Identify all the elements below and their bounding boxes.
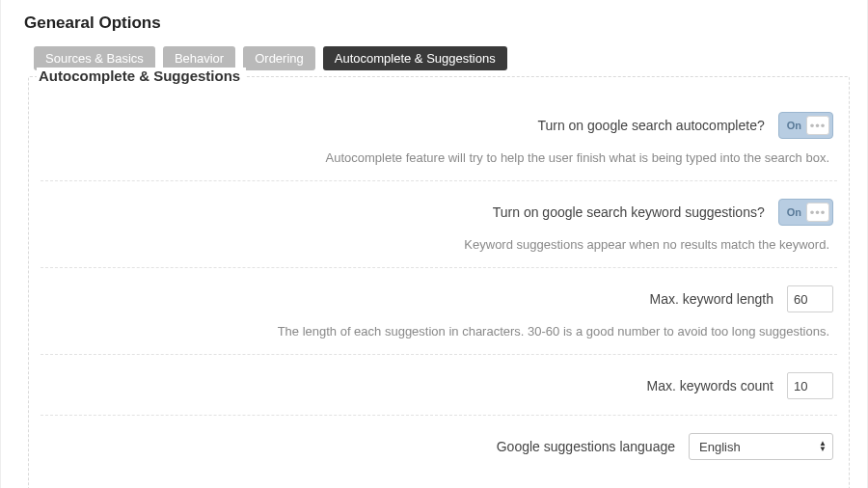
row-max-keywords-count: Max. keywords count xyxy=(41,355,837,416)
desc-max-keyword-length: The length of each suggestion in charact… xyxy=(44,324,833,339)
row-suggestions-language: Google suggestions language English ▲▼ xyxy=(41,416,837,475)
label-keyword-toggle: Turn on google search keyword suggestion… xyxy=(493,204,765,220)
row-max-keyword-length: Max. keyword length The length of each s… xyxy=(41,268,837,355)
toggle-keyword-suggestions[interactable]: On ••• xyxy=(778,199,833,226)
input-max-keyword-length[interactable] xyxy=(787,285,833,312)
input-max-keywords-count[interactable] xyxy=(787,372,833,399)
label-max-keywords-count: Max. keywords count xyxy=(647,378,774,393)
toggle-autocomplete-state: On xyxy=(782,120,806,131)
tab-ordering[interactable]: Ordering xyxy=(243,46,315,70)
settings-panel: Genearal Options Sources & Basics Behavi… xyxy=(0,0,868,488)
section-title: Autocomplete & Suggestions xyxy=(37,68,246,84)
label-autocomplete-toggle: Turn on google search autocomplete? xyxy=(537,118,764,133)
desc-keyword-toggle: Keyword suggestions appear when no resul… xyxy=(44,237,833,252)
toggle-keyword-state: On xyxy=(782,206,806,218)
select-wrap-language: English ▲▼ xyxy=(689,433,833,460)
label-max-keyword-length: Max. keyword length xyxy=(650,291,773,307)
toggle-knob-icon: ••• xyxy=(806,203,829,222)
toggle-knob-icon: ••• xyxy=(806,116,829,135)
page-title: Genearal Options xyxy=(24,14,850,33)
section-autocomplete: Autocomplete & Suggestions Turn on googl… xyxy=(28,76,850,488)
row-autocomplete-toggle: Turn on google search autocomplete? On •… xyxy=(41,95,837,181)
label-suggestions-language: Google suggestions language xyxy=(497,439,675,454)
select-suggestions-language[interactable]: English xyxy=(689,433,833,460)
row-keyword-toggle: Turn on google search keyword suggestion… xyxy=(41,181,837,268)
desc-autocomplete-toggle: Autocomplete feature will try to help th… xyxy=(44,150,833,165)
tab-autocomplete-suggestions[interactable]: Autocomplete & Suggestions xyxy=(323,46,507,70)
toggle-autocomplete[interactable]: On ••• xyxy=(778,112,833,139)
